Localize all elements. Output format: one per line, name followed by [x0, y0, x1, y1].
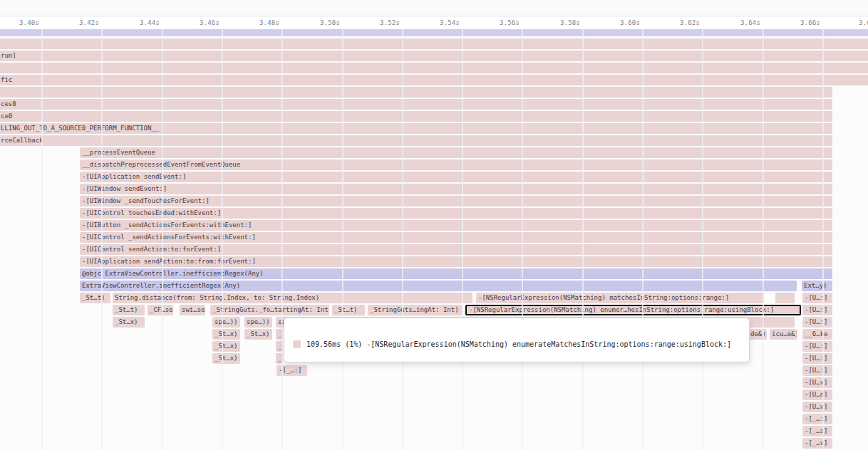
frame-bar[interactable]: _StringGuts…ingAt: Int)	[368, 305, 462, 315]
frame-bar[interactable]: -[UIWindow sendEvent:]	[80, 184, 832, 194]
frame-bar[interactable]: LLING_OUT_TO_A_SOURCE0_PERFORM_FUNCTION_…	[0, 123, 832, 134]
time-gridline	[763, 29, 764, 450]
frame-bar[interactable]: _St…x)	[212, 329, 240, 340]
frame-bar[interactable]: de&)	[748, 329, 767, 340]
tooltip-title-row: 109.56ms (1%) -[NSRegularExpression(NSMa…	[293, 340, 740, 348]
frame-bar[interactable]: @objc ExtraViewController.inefficientReg…	[80, 268, 832, 279]
frame-bar[interactable]: -[_…:]	[802, 414, 832, 424]
frame-bar[interactable]	[0, 29, 868, 36]
time-gridline	[41, 29, 43, 450]
frame-bar[interactable]: _St…x)	[113, 317, 145, 328]
frame-bar[interactable]: _St…t)	[113, 305, 145, 315]
tooltip-title: 109.56ms (1%) -[NSRegularExpression(NSMa…	[306, 340, 731, 348]
time-gridline	[702, 29, 703, 450]
frame-bar[interactable]: fic	[0, 75, 868, 85]
time-gridline	[101, 29, 103, 450]
frame-bar[interactable]: _CF…se	[148, 305, 173, 315]
frame-color-swatch-icon	[293, 340, 301, 348]
frame-bar[interactable]: -[U…d]	[802, 389, 832, 400]
frame-bar[interactable]: -[UIApplication sendEvent:]	[80, 172, 832, 182]
frame-bar[interactable]: Ext…y)	[802, 281, 832, 291]
time-gridline	[822, 29, 824, 450]
frame-bar[interactable]: spe…))	[244, 317, 272, 328]
frame-bar[interactable]: _St…t)	[80, 293, 110, 303]
frame-bar[interactable]	[0, 38, 868, 49]
time-gridline	[162, 29, 163, 450]
frame-bar[interactable]: -[UIControl sendAction:to:forEvent:]	[80, 244, 832, 255]
frame-bar[interactable]: -[U…:]	[802, 365, 832, 376]
frame-bar[interactable]: rceCallback	[0, 135, 832, 146]
frame-bar[interactable]: run]	[0, 51, 868, 61]
time-gridline	[522, 29, 523, 450]
frame-bar[interactable]: -[U…v]	[802, 402, 832, 412]
frame-bar[interactable]: -[UIControl touchesEnded:withEvent:]	[80, 208, 832, 219]
frame-bar[interactable]: -[_…s]	[802, 426, 832, 436]
frame-bar[interactable]: _St…x)	[212, 353, 240, 364]
frame-bar[interactable]: __processEventQueue	[80, 147, 832, 158]
frame-bar[interactable]: -[_…v]	[802, 438, 832, 449]
frame-tooltip: 109.56ms (1%) -[NSRegularExpression(NSMa…	[284, 318, 750, 362]
time-gridline	[402, 29, 403, 450]
time-gridline	[281, 29, 283, 450]
frame-bar[interactable]	[0, 87, 832, 98]
frame-bar[interactable]: __dispatchPreprocessedEventFromEventQueu…	[80, 159, 832, 170]
frame-bar[interactable]: -[U…:]	[802, 305, 832, 315]
frame-bar[interactable]: -[UIWindow _sendTouchesForEvent:]	[80, 196, 832, 206]
frame-bar[interactable]	[775, 293, 795, 303]
instruments-flame-chart-view: 3.40s3.42s3.44s3.46s3.48s3.50s3.52s3.54s…	[0, 0, 868, 450]
frame-bar[interactable]: -[UIButton _sendActionsForEvents:withEve…	[80, 220, 832, 231]
time-gridline	[222, 29, 223, 450]
flame-graph[interactable]: run]ficces0ce0LLING_OUT_TO_A_SOURCE0_PER…	[0, 0, 868, 450]
frame-bar[interactable]: _StringGuts._fo…tartingAt: Int)	[210, 305, 329, 315]
frame-bar[interactable]: -[U…:]	[802, 293, 832, 303]
frame-bar[interactable]: icu…e&)	[770, 329, 797, 340]
frame-bar[interactable]: -[U…:]	[802, 341, 832, 352]
frame-bar[interactable]: _St…x)	[244, 329, 272, 340]
frame-bar[interactable]: spe…))	[212, 317, 240, 328]
selected-frame-bar[interactable]: -[NSRegularExpression(NSMatching) enumer…	[465, 305, 801, 315]
frame-bar[interactable]: _St…t)	[332, 305, 365, 315]
time-gridline	[582, 29, 584, 450]
frame-bar[interactable]: String.distance(from: String.Index, to: …	[113, 293, 472, 303]
frame-bar[interactable]: ce0	[0, 111, 832, 122]
frame-bar[interactable]: -[U…:]	[802, 353, 832, 364]
frame-bar[interactable]: __6…ke	[802, 329, 832, 340]
frame-bar[interactable]: ExtraViewController.inefficientRegex(Any…	[80, 281, 797, 291]
frame-bar[interactable]: _St…x)	[212, 341, 240, 352]
time-gridline	[462, 29, 463, 450]
frame-bar[interactable]: -[U…v]	[802, 377, 832, 388]
frame-bar[interactable]: -[UIControl _sendActionsForEvents:withEv…	[80, 232, 832, 243]
time-gridline	[342, 29, 343, 450]
frame-bar[interactable]: swi…se	[180, 305, 205, 315]
frame-bar[interactable]: ces0	[0, 99, 832, 110]
time-gridline	[642, 29, 644, 450]
frame-bar[interactable]: -[U…:]	[802, 317, 832, 328]
frame-bar[interactable]: -[UIApplication sendAction:to:from:forEv…	[80, 256, 832, 267]
frame-bar[interactable]: -[NSRegularExpression(NSMatching) matche…	[476, 293, 764, 303]
frame-bar[interactable]	[0, 63, 868, 73]
